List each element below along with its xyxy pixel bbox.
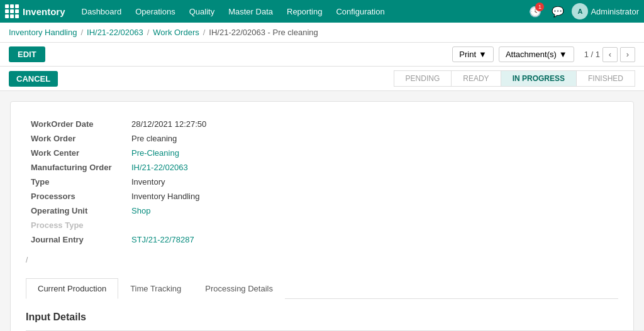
journal-entry-value[interactable]: STJ/21-22/78287 — [131, 235, 194, 244]
pager-prev-button[interactable]: ‹ — [602, 47, 618, 62]
nav-master-data[interactable]: Master Data — [222, 0, 279, 23]
form-card: WorkOrder Date 28/12/2021 12:27:50 Work … — [10, 101, 634, 331]
form-row-work-center: Work Center Pre-Cleaning — [26, 146, 618, 160]
attachments-label: Attachment(s) — [506, 50, 557, 59]
tab-current-production[interactable]: Current Production — [26, 278, 118, 299]
user-menu[interactable]: A Administrator — [572, 3, 639, 19]
nav-quality[interactable]: Quality — [183, 0, 221, 23]
operating-unit-value[interactable]: Shop — [131, 206, 150, 215]
nav-dashboard[interactable]: Dashboard — [75, 0, 128, 23]
operating-unit-label: Operating Unit — [26, 203, 126, 218]
top-navigation: Inventory Dashboard Operations Quality M… — [0, 0, 644, 23]
process-type-value — [126, 218, 618, 232]
nav-reporting[interactable]: Reporting — [280, 0, 328, 23]
nav-right: 🕓 1 💬 A Administrator — [526, 3, 639, 20]
status-steps: PENDING READY IN PROGRESS FINISHED — [394, 70, 635, 87]
work-order-label: Work Order — [26, 131, 126, 146]
form-row-journal-entry: Journal Entry STJ/21-22/78287 — [26, 232, 618, 247]
avatar: A — [572, 3, 588, 19]
form-fields: WorkOrder Date 28/12/2021 12:27:50 Work … — [26, 117, 618, 247]
breadcrumb-current: IH/21-22/02063 - Pre cleaning — [209, 28, 318, 37]
process-type-label: Process Type — [26, 218, 126, 232]
user-name: Administrator — [591, 7, 639, 16]
nav-menu: Dashboard Operations Quality Master Data… — [75, 0, 527, 23]
form-row-workorder-date: WorkOrder Date 28/12/2021 12:27:50 — [26, 117, 618, 131]
form-row-work-order: Work Order Pre cleaning — [26, 131, 618, 146]
work-center-label: Work Center — [26, 146, 126, 160]
edit-button[interactable]: EDIT — [9, 46, 45, 62]
action-bar: EDIT Print ▼ Attachment(s) ▼ 1 / 1 ‹ › — [0, 43, 644, 67]
workorder-date-value: 28/12/2021 12:27:50 — [126, 117, 618, 131]
grid-icon — [5, 4, 19, 18]
manufacturing-order-value[interactable]: IH/21-22/02063 — [131, 163, 188, 172]
workorder-date-label: WorkOrder Date — [26, 117, 126, 131]
cancel-button[interactable]: CANCEL — [9, 71, 58, 87]
journal-entry-label: Journal Entry — [26, 232, 126, 247]
nav-configuration[interactable]: Configuration — [330, 0, 391, 23]
form-row-process-type: Process Type — [26, 218, 618, 232]
status-finished[interactable]: FINISHED — [576, 70, 635, 87]
pager: 1 / 1 ‹ › — [584, 47, 635, 62]
tab-processing-details[interactable]: Processing Details — [193, 278, 285, 299]
pager-next-button[interactable]: › — [620, 47, 635, 62]
processors-label: Processors — [26, 189, 126, 203]
tabs: Current Production Time Tracking Process… — [26, 278, 618, 299]
breadcrumb-ih-number[interactable]: IH/21-22/02063 — [87, 28, 143, 37]
type-label: Type — [26, 175, 126, 189]
print-chevron-icon: ▼ — [479, 50, 487, 59]
pager-text: 1 / 1 — [584, 50, 600, 59]
nav-operations[interactable]: Operations — [129, 0, 182, 23]
main-content: WorkOrder Date 28/12/2021 12:27:50 Work … — [0, 91, 644, 331]
status-in-progress[interactable]: IN PROGRESS — [501, 70, 576, 87]
form-row-type: Type Inventory — [26, 175, 618, 189]
tab-time-tracking[interactable]: Time Tracking — [118, 278, 193, 299]
form-row-operating-unit: Operating Unit Shop — [26, 203, 618, 218]
print-button[interactable]: Print ▼ — [452, 46, 494, 62]
notification-badge: 1 — [535, 3, 544, 11]
messages-button[interactable]: 💬 — [549, 3, 567, 20]
breadcrumb: Inventory Handling / IH/21-22/02063 / Wo… — [0, 23, 644, 43]
breadcrumb-inventory-handling[interactable]: Inventory Handling — [9, 28, 77, 37]
breadcrumb-work-orders[interactable]: Work Orders — [153, 28, 199, 37]
status-ready[interactable]: READY — [451, 70, 500, 87]
form-row-manufacturing-order: Manufacturing Order IH/21-22/02063 — [26, 160, 618, 175]
app-logo[interactable]: Inventory — [5, 4, 65, 18]
attachments-chevron-icon: ▼ — [559, 50, 567, 59]
attachments-button[interactable]: Attachment(s) ▼ — [499, 46, 574, 62]
notifications-button[interactable]: 🕓 1 — [526, 3, 544, 20]
form-row-processors: Processors Inventory Handling — [26, 189, 618, 203]
status-pending[interactable]: PENDING — [394, 70, 452, 87]
print-label: Print — [459, 50, 476, 59]
work-center-value[interactable]: Pre-Cleaning — [131, 148, 179, 158]
work-order-value: Pre cleaning — [126, 131, 618, 146]
type-value: Inventory — [126, 175, 618, 189]
app-name: Inventory — [23, 6, 65, 17]
status-bar: CANCEL PENDING READY IN PROGRESS FINISHE… — [0, 67, 644, 91]
input-details-title: Input Details — [26, 312, 618, 323]
manufacturing-order-label: Manufacturing Order — [26, 160, 126, 175]
processors-value: Inventory Handling — [126, 189, 618, 203]
form-divider: / — [26, 252, 618, 268]
